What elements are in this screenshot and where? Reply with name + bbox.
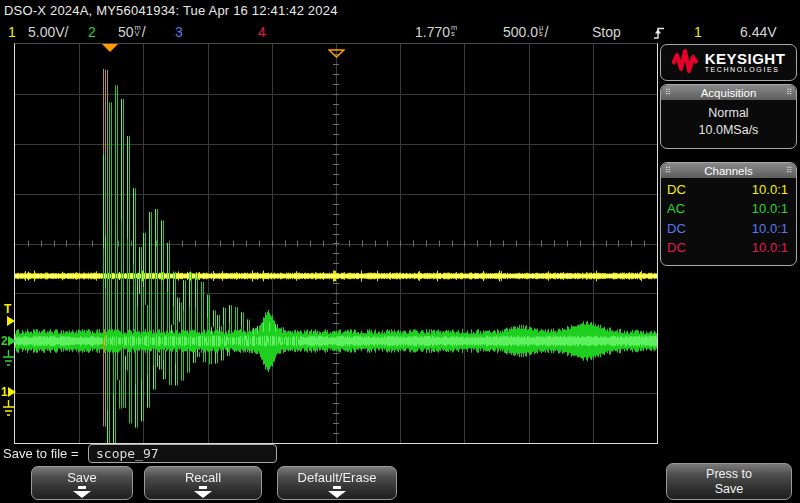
keysight-logo: KEYSIGHT TECHNOLOGIES xyxy=(660,44,797,81)
trigger-time-marker[interactable] xyxy=(102,44,118,52)
ch4-number[interactable]: 4 xyxy=(258,24,266,40)
ch2-ground-icon xyxy=(2,350,15,371)
trigger-level-marker-label: T xyxy=(4,303,11,315)
acquisition-header[interactable]: ⠿ Acquisition ⠿ xyxy=(661,85,796,100)
ch2-scale[interactable]: 50mV/ xyxy=(118,24,146,40)
down-arrow-icon xyxy=(199,486,207,489)
channel-row-2: AC 10.0:1 xyxy=(661,198,796,218)
down-arrow-icon xyxy=(78,486,86,489)
logo-line1: KEYSIGHT xyxy=(705,51,786,66)
sample-rate: 10.0MSa/s xyxy=(661,123,796,137)
ch2-probe: 10.0:1 xyxy=(752,200,788,217)
timebase-readout[interactable]: 500.0µs/ xyxy=(503,24,548,40)
run-state[interactable]: Stop xyxy=(592,24,621,40)
ch1-ground-marker[interactable] xyxy=(8,387,16,397)
drag-grip-icon: ⠿ xyxy=(786,89,792,97)
save-softkey[interactable]: Save xyxy=(31,466,133,500)
mv-unit-glyph: mV xyxy=(135,25,141,37)
drag-grip-icon: ⠿ xyxy=(665,89,671,97)
instrument-title: DSO-X 2024A, MY56041934: Tue Apr 16 12:4… xyxy=(4,3,338,18)
status-row: 1 5.00V/ 2 50mV/ 3 4 1.770ms 500.0µs/ St… xyxy=(0,22,800,43)
ch1-ground-icon xyxy=(2,400,15,421)
save-to-file-label: Save to file = xyxy=(3,446,79,461)
ch3-number[interactable]: 3 xyxy=(175,24,183,40)
ch3-coupling: DC xyxy=(667,220,686,237)
channel-row-4: DC 10.0:1 xyxy=(661,237,796,257)
trigger-source[interactable]: 1 xyxy=(694,24,702,40)
acquisition-panel: ⠿ Acquisition ⠿ Normal 10.0MSa/s xyxy=(660,84,797,149)
drag-grip-icon: ⠿ xyxy=(665,167,671,175)
oscilloscope-screen: DSO-X 2024A, MY56041934: Tue Apr 16 12:4… xyxy=(0,0,800,503)
ch2-number[interactable]: 2 xyxy=(88,24,96,40)
ch1-scale[interactable]: 5.00V/ xyxy=(28,24,68,40)
recall-softkey[interactable]: Recall xyxy=(144,466,262,500)
filename-input[interactable]: scope_97 xyxy=(88,444,277,463)
trigger-edge-icon xyxy=(652,25,666,44)
logo-line2: TECHNOLOGIES xyxy=(705,66,786,74)
trigger-level-marker[interactable] xyxy=(7,316,15,326)
ch4-coupling: DC xyxy=(667,239,686,256)
default-erase-softkey[interactable]: Default/Erase xyxy=(277,466,397,500)
drag-grip-icon: ⠿ xyxy=(786,167,792,175)
trigger-level-readout[interactable]: 6.44V xyxy=(740,24,777,40)
waveform-display[interactable] xyxy=(15,44,657,443)
ch2-ground-label: 2 xyxy=(1,335,8,347)
ch3-probe: 10.0:1 xyxy=(752,220,788,237)
channel-row-1: DC 10.0:1 xyxy=(661,178,796,198)
keysight-waveform-icon xyxy=(672,48,700,78)
us-unit-glyph: µs xyxy=(539,25,543,37)
ch1-coupling: DC xyxy=(667,181,686,198)
ch1-number[interactable]: 1 xyxy=(8,24,16,40)
ch1-ground-label: 1 xyxy=(1,386,8,398)
ch1-probe: 10.0:1 xyxy=(752,181,788,198)
ch2-ground-marker[interactable] xyxy=(8,336,16,346)
channels-header[interactable]: ⠿ Channels ⠿ xyxy=(661,163,796,178)
press-to-save-softkey[interactable]: Press to Save xyxy=(666,463,792,500)
acquisition-mode: Normal xyxy=(661,106,796,120)
ch2-coupling: AC xyxy=(667,200,685,217)
ch4-probe: 10.0:1 xyxy=(752,239,788,256)
down-arrow-icon xyxy=(333,486,341,489)
channel-row-3: DC 10.0:1 xyxy=(661,217,796,237)
ms-unit-glyph: ms xyxy=(451,25,457,37)
time-reference-marker[interactable] xyxy=(328,44,345,62)
channels-panel: ⠿ Channels ⠿ DC 10.0:1 AC 10.0:1 DC 10.0… xyxy=(660,162,797,266)
delay-readout[interactable]: 1.770ms xyxy=(415,24,458,40)
